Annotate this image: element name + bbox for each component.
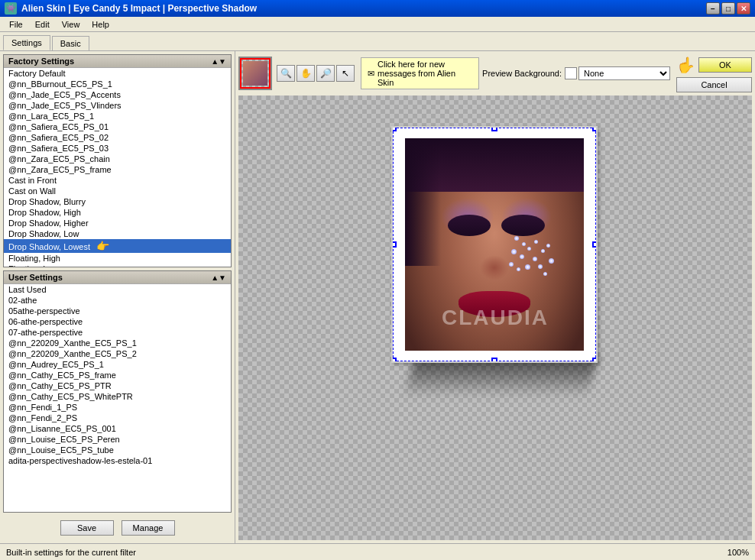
- preview-bg-select[interactable]: None White Black Gray: [578, 66, 670, 80]
- rhine-15: [543, 272, 547, 276]
- user-list-item[interactable]: adita_oriental01: [4, 466, 231, 468]
- thumbnail: [238, 57, 272, 90]
- nose: [480, 255, 508, 280]
- hair-left: [405, 138, 441, 266]
- user-list-item[interactable]: @nn_Louise_EC5_PS_Peren: [4, 434, 231, 445]
- user-list-item[interactable]: adita-perspectiveshadow-les-estela-01: [4, 455, 231, 466]
- handle-tl[interactable]: [391, 126, 397, 131]
- user-list-item[interactable]: @nn_220209_Xanthe_EC5_PS_2: [4, 348, 231, 359]
- factory-list-item[interactable]: @nn_Zara_EC5_PS_frame: [4, 164, 231, 175]
- factory-list-item[interactable]: Drop Shadow, High: [4, 207, 231, 218]
- tab-settings[interactable]: Settings: [3, 35, 50, 50]
- cancel-button[interactable]: Cancel: [676, 77, 752, 92]
- menu-file[interactable]: File: [3, 18, 29, 31]
- save-button[interactable]: Save: [60, 520, 114, 536]
- tool-buttons: 🔍 ✋ 🔎 ↖: [277, 65, 355, 82]
- rhine-11: [541, 249, 545, 253]
- preview-bg-label: Preview Background:: [482, 69, 562, 78]
- user-list-item[interactable]: 07-athe-perspective: [4, 327, 231, 338]
- rhine-13: [546, 244, 550, 248]
- tab-basic[interactable]: Basic: [52, 36, 89, 50]
- menu-edit[interactable]: Edit: [29, 18, 56, 31]
- selected-indicator-icon: 👉: [96, 240, 109, 252]
- zoom-level: 100%: [727, 548, 749, 557]
- left-panel: Factory Settings ▲▼ Factory Default@nn_B…: [0, 51, 235, 543]
- factory-settings-panel: Factory Settings ▲▼ Factory Default@nn_B…: [3, 54, 232, 267]
- preview-bg-color-swatch: [565, 67, 577, 79]
- factory-list-item[interactable]: @nn_Jade_EC5_PS_Accents: [4, 89, 231, 100]
- factory-settings-title: Factory Settings: [8, 57, 74, 66]
- factory-settings-scroll-icon: ▲▼: [211, 57, 226, 66]
- minimize-button[interactable]: −: [706, 2, 720, 15]
- zoom-in-button[interactable]: 🔍: [277, 65, 295, 82]
- ok-button[interactable]: OK: [698, 57, 752, 73]
- factory-list-item[interactable]: @nn_Safiera_EC5_PS_02: [4, 132, 231, 143]
- factory-list-item[interactable]: @nn_Safiera_EC5_PS_01: [4, 121, 231, 132]
- factory-list-item[interactable]: Floating, Low: [4, 264, 231, 267]
- user-settings-list[interactable]: Last Used02-athe05athe-perspective06-ath…: [4, 284, 231, 468]
- menu-help[interactable]: Help: [86, 18, 115, 31]
- factory-list-item[interactable]: Drop Shadow, Low: [4, 228, 231, 239]
- user-list-item[interactable]: 05athe-perspective: [4, 306, 231, 316]
- manage-button[interactable]: Manage: [122, 520, 175, 536]
- user-list-item[interactable]: @nn_220209_Xanthe_EC5_PS_1: [4, 338, 231, 348]
- factory-list-item[interactable]: Factory Default: [4, 68, 231, 79]
- handle-bl[interactable]: [391, 358, 397, 363]
- rhine-7: [517, 267, 520, 271]
- main-container: Settings Basic Factory Settings ▲▼ Facto…: [0, 32, 755, 560]
- factory-list-item[interactable]: Drop Shadow, Lowest👉: [4, 239, 231, 253]
- user-list-item[interactable]: 02-athe: [4, 295, 231, 306]
- user-list-item[interactable]: Last Used: [4, 284, 231, 295]
- user-list-item[interactable]: 06-athe-perspective: [4, 316, 231, 327]
- menu-view[interactable]: View: [56, 18, 86, 31]
- user-list-item[interactable]: @nn_Audrey_EC5_PS_1: [4, 359, 231, 370]
- factory-list-item[interactable]: Floating, High: [4, 253, 231, 264]
- user-list-item[interactable]: @nn_Lisanne_EC5_PS_001: [4, 423, 231, 434]
- user-list-item[interactable]: @nn_Cathy_EC5_PS_PTR: [4, 380, 231, 391]
- factory-list-item[interactable]: Drop Shadow, Blurry: [4, 196, 231, 207]
- handle-tm[interactable]: [491, 126, 497, 131]
- photo-container: [391, 126, 598, 363]
- factory-list-item[interactable]: @nn_Jade_EC5_PS_Vlinders: [4, 100, 231, 111]
- preview-canvas: CLAUDIA: [238, 95, 752, 540]
- select-button[interactable]: ↖: [336, 65, 355, 82]
- user-list-item[interactable]: @nn_Fendi_1_PS: [4, 402, 231, 413]
- rhine-4: [520, 254, 524, 259]
- message-text: Click here for new messages from Alien S…: [378, 60, 472, 87]
- handle-bm[interactable]: [491, 358, 497, 363]
- pan-button[interactable]: ✋: [296, 65, 315, 82]
- handle-tr[interactable]: [592, 126, 598, 131]
- message-bar[interactable]: ✉ Click here for new messages from Alien…: [361, 57, 479, 89]
- photo-frame: [391, 126, 598, 363]
- eye-right: [501, 215, 544, 236]
- rhine-2: [522, 242, 526, 246]
- factory-list-item[interactable]: @nn_Lara_EC5_PS_1: [4, 111, 231, 121]
- handle-ml[interactable]: [391, 241, 397, 248]
- user-list-item[interactable]: @nn_Cathy_EC5_PS_frame: [4, 370, 231, 380]
- user-list-item[interactable]: @nn_Cathy_EC5_PS_WhitePTR: [4, 391, 231, 402]
- factory-list-item[interactable]: Drop Shadow, Higher: [4, 218, 231, 228]
- app-icon: 👾: [5, 2, 17, 15]
- menubar: File Edit View Help: [0, 17, 755, 32]
- user-list-item[interactable]: @nn_Fendi_2_PS: [4, 413, 231, 423]
- maximize-button[interactable]: □: [721, 2, 735, 15]
- handle-mr[interactable]: [592, 241, 598, 248]
- eye-left: [448, 215, 491, 236]
- hand-cursor-icon: 👆: [676, 56, 695, 74]
- factory-list-item[interactable]: Cast on Wall: [4, 186, 231, 196]
- thumbnail-border: [240, 58, 271, 89]
- user-settings-panel: User Settings ▲▼ Last Used02-athe05athe-…: [3, 270, 232, 513]
- rhine-6: [509, 262, 514, 267]
- zoom-button[interactable]: 🔎: [316, 65, 335, 82]
- handle-br[interactable]: [592, 358, 598, 363]
- factory-list-item[interactable]: @nn_Safiera_EC5_PS_03: [4, 143, 231, 154]
- factory-list-item[interactable]: @nn_BBurnout_EC5_PS_1: [4, 79, 231, 89]
- factory-list-item[interactable]: @nn_Zara_EC5_PS_chain: [4, 154, 231, 164]
- user-list-item[interactable]: @nn_Louise_EC5_PS_tube: [4, 445, 231, 455]
- factory-list-item[interactable]: Cast in Front: [4, 175, 231, 186]
- factory-settings-list[interactable]: Factory Default@nn_BBurnout_EC5_PS_1@nn_…: [4, 68, 231, 267]
- statusbar: Built-in settings for the current filter…: [0, 543, 755, 560]
- rhine-5: [527, 247, 531, 251]
- content-area: Factory Settings ▲▼ Factory Default@nn_B…: [0, 51, 755, 543]
- close-button[interactable]: ✕: [737, 2, 750, 15]
